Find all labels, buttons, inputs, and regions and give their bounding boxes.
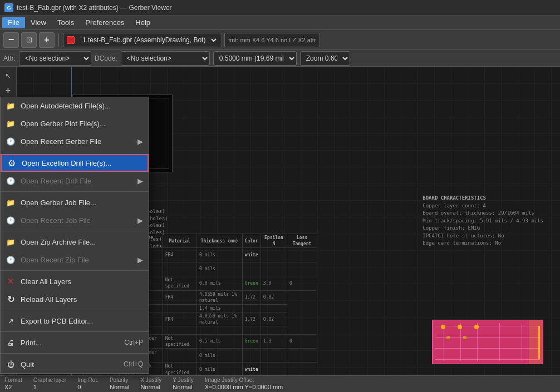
recent-job-icon: 🕐	[5, 215, 16, 226]
recent-zip-icon: 🕐	[5, 254, 16, 265]
menu-bar: File View Tools Preferences Help	[0, 16, 560, 30]
zoom-in-icon: +	[44, 35, 49, 45]
zoom-fit-btn[interactable]: ⊡	[21, 32, 37, 48]
menu-item-open-recent-gerber[interactable]: 🕐 Open Recent Gerber File ▶	[1, 132, 149, 150]
layer-color-dot	[67, 36, 75, 44]
file-dropdown-menu: 📁 Open Autodetected File(s)... 📁 Open Ge…	[0, 97, 149, 374]
size-select[interactable]: 0.5000 mm (19.69 mils)	[213, 51, 297, 66]
menu-item-open-zip[interactable]: 📁 Open Zip Archive File...	[1, 233, 149, 251]
status-graphic-layer: Graphic layer 1	[33, 377, 66, 391]
menu-view[interactable]: View	[25, 17, 52, 28]
print-icon: 🖨	[5, 337, 16, 348]
title-bar: G test-B_Fab.gbr (with X2 attributes) — …	[0, 0, 560, 16]
sep7	[1, 353, 149, 354]
arrow-icon: ▶	[137, 137, 143, 146]
tool-cursor[interactable]: ↖	[2, 69, 15, 82]
reload-icon: ↻	[5, 294, 16, 305]
zoom-out-btn[interactable]: −	[3, 32, 19, 48]
sep6	[1, 331, 149, 332]
menu-item-open-excellon[interactable]: ⚙ Open Excellon Drill File(s)...	[1, 154, 149, 172]
menu-item-open-recent-job[interactable]: 🕐 Open Recent Job File ▶	[1, 211, 149, 229]
app-icon: G	[4, 3, 13, 12]
arrow-icon2: ▶	[137, 177, 143, 185]
sep1	[1, 152, 149, 152]
dcode-label: DCode:	[95, 54, 117, 62]
main-area: ↖ + − ⊹ | ◟ ○ ▦	[0, 67, 560, 375]
title-text: test-B_Fab.gbr (with X2 attributes) — Ge…	[17, 4, 172, 12]
menu-item-clear-all-layers[interactable]: ✕ Clear All Layers	[1, 272, 149, 290]
menu-item-open-recent-zip[interactable]: 🕐 Open Recent Zip File ▶	[1, 251, 149, 269]
zoom-out-icon: −	[8, 34, 14, 46]
fmt-label: fmt: mm X4.6 Y4.6 no LZ X2 attr	[224, 33, 320, 47]
menu-preferences[interactable]: Preferences	[80, 17, 130, 28]
dcode-select[interactable]: <No selection>	[121, 51, 210, 66]
pcb-bottom-board	[432, 320, 543, 364]
recent-gerber-icon: 🕐	[5, 136, 16, 147]
zoom-select[interactable]: Zoom 0.60	[300, 51, 350, 66]
status-img-rot: Img Rot. 0	[77, 377, 99, 391]
arrow-icon4: ▶	[137, 256, 143, 264]
sep3	[1, 231, 149, 231]
status-x-justify: X Justify Normal	[140, 377, 161, 391]
open-gerber-icon: 📁	[5, 118, 16, 129]
sep4	[1, 270, 149, 271]
zoom-in-btn[interactable]: +	[39, 32, 55, 48]
recent-drill-icon: 🕐	[5, 175, 16, 186]
excellon-icon: ⚙	[6, 157, 17, 168]
tool-zoom-in[interactable]: +	[2, 84, 15, 97]
menu-item-open-gerber-plot[interactable]: 📁 Open Gerber Plot File(s)...	[1, 115, 149, 132]
menu-help[interactable]: Help	[130, 17, 156, 28]
open-autodetected-icon: 📁	[5, 100, 16, 111]
toolbar-row2: Attr: <No selection> DCode: <No selectio…	[0, 50, 560, 67]
sep2	[1, 191, 149, 192]
menu-item-open-autodetected[interactable]: 📁 Open Autodetected File(s)...	[1, 97, 149, 115]
menu-item-open-recent-drill[interactable]: 🕐 Open Recent Drill File ▶	[1, 172, 149, 190]
status-image-offset: Image Justify Offset X=0.0000 mm Y=0.000…	[205, 377, 283, 391]
status-bar: Format X2 Graphic layer 1 Img Rot. 0 Pol…	[0, 375, 560, 392]
menu-item-quit[interactable]: ⏻ Quit Ctrl+Q	[1, 355, 149, 373]
zip-icon: 📁	[5, 236, 16, 247]
attr-label: Attr:	[3, 54, 16, 62]
attr-select[interactable]: <No selection>	[19, 51, 91, 66]
sep5	[1, 310, 149, 310]
print-shortcut: Ctrl+P	[124, 339, 143, 346]
status-y-justify: Y Justify Normal	[173, 377, 194, 391]
toolbar-sep1	[58, 33, 59, 47]
menu-item-open-gerber-job[interactable]: 📁 Open Gerber Job File...	[1, 193, 149, 211]
menu-file[interactable]: File	[2, 17, 25, 28]
quit-icon: ⏻	[5, 359, 16, 370]
toolbar-row1: − ⊡ + 1 test-B_Fab.gbr (AssemblyDrawing,…	[0, 30, 560, 50]
status-polarity: Polarity Normal	[110, 377, 129, 391]
menu-item-export-pcb[interactable]: ↗ Export to PCB Editor...	[1, 312, 149, 330]
clear-icon: ✕	[5, 276, 16, 287]
status-format: Format X2	[4, 377, 22, 391]
board-lines	[433, 320, 543, 364]
quit-shortcut: Ctrl+Q	[124, 360, 143, 368]
menu-tools[interactable]: Tools	[52, 17, 80, 28]
layer-select[interactable]: 1 test-B_Fab.gbr (AssemblyDrawing, Bot)	[77, 33, 218, 47]
menu-item-reload-all-layers[interactable]: ↻ Reload All Layers	[1, 290, 149, 308]
menu-item-print[interactable]: 🖨 Print... Ctrl+P	[1, 334, 149, 351]
export-icon: ↗	[5, 315, 16, 326]
arrow-icon3: ▶	[137, 216, 143, 225]
gerber-job-icon: 📁	[5, 197, 16, 208]
board-characteristics: BOARD CHARACTERISTICS Copper layer count…	[423, 195, 543, 247]
zoom-fit-icon: ⊡	[26, 36, 32, 44]
